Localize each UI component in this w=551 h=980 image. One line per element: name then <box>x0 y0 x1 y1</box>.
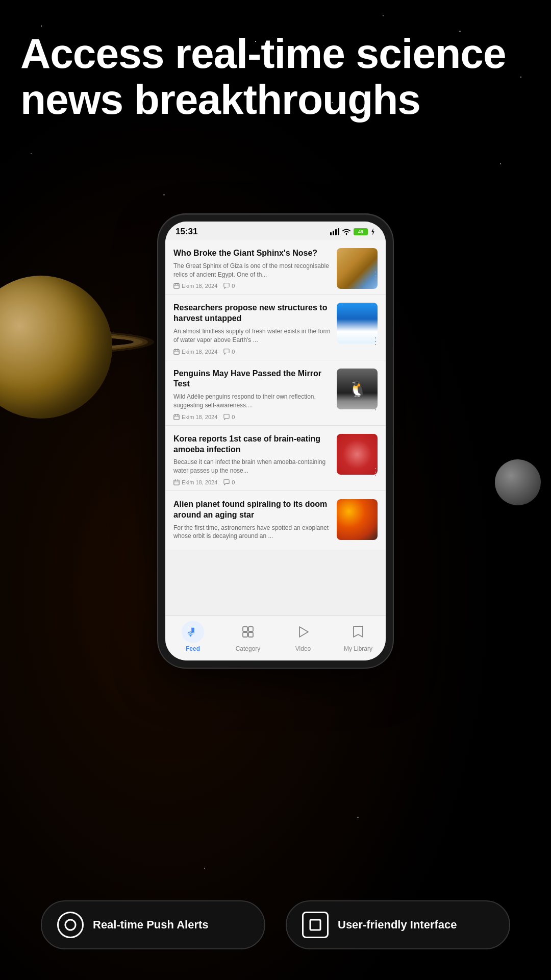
comment-icon <box>223 414 230 420</box>
nav-label-category: Category <box>236 645 261 652</box>
user-interface-icon <box>302 912 329 938</box>
category-icon <box>237 621 259 643</box>
play-icon <box>297 626 309 638</box>
news-excerpt-water: An almost limitless supply of fresh wate… <box>173 327 331 345</box>
news-title-amoeba: Korea reports 1st case of brain-eating a… <box>173 434 331 455</box>
news-content-penguin: Penguins May Have Passed the Mirror Test… <box>173 369 331 420</box>
svg-rect-17 <box>174 480 179 485</box>
calendar-icon <box>173 414 180 420</box>
news-date-sphinx: Ekim 18, 2024 <box>173 283 217 289</box>
charging-icon <box>370 228 375 235</box>
news-item-sphinx[interactable]: Who Broke the Giant Sphinx's Nose? The G… <box>165 240 386 295</box>
svg-marker-4 <box>371 228 374 235</box>
news-date-water: Ekim 18, 2024 <box>173 349 217 355</box>
more-options-sphinx[interactable]: ⋮ <box>371 271 380 280</box>
news-content-sphinx: Who Broke the Giant Sphinx's Nose? The G… <box>173 248 331 289</box>
feature-badges: Real-time Push Alerts User-friendly Inte… <box>0 900 551 949</box>
more-options-amoeba[interactable]: ⋮ <box>371 467 380 476</box>
comment-icon <box>223 479 230 485</box>
news-item-water[interactable]: Researchers propose new structures to ha… <box>165 295 386 360</box>
news-excerpt-amoeba: Because it can infect the brain when amo… <box>173 458 331 475</box>
news-meta-water: Ekim 18, 2024 0 <box>173 349 331 355</box>
news-item-penguin[interactable]: Penguins May Have Passed the Mirror Test… <box>165 360 386 426</box>
svg-marker-26 <box>299 627 308 637</box>
news-comments-water: 0 <box>223 349 235 355</box>
video-icon <box>292 621 314 643</box>
status-icons: 49 <box>330 228 375 235</box>
phone-mockup: 15:31 49 <box>158 214 393 668</box>
nav-item-category[interactable]: Category <box>230 621 266 652</box>
svg-rect-1 <box>333 231 334 235</box>
news-item-planet[interactable]: Alien planet found spiraling to its doom… <box>165 491 386 550</box>
calendar-icon <box>173 349 180 355</box>
bookmark-icon <box>353 626 364 638</box>
badge-push-alerts: Real-time Push Alerts <box>41 900 265 949</box>
nav-item-feed[interactable]: Feed <box>175 621 211 652</box>
status-bar: 15:31 49 <box>165 222 386 240</box>
nav-label-library: My Library <box>344 645 372 652</box>
news-title-penguin: Penguins May Have Passed the Mirror Test <box>173 369 331 390</box>
news-excerpt-sphinx: The Great Sphinx of Giza is one of the m… <box>173 262 331 279</box>
svg-point-27 <box>65 920 76 930</box>
svg-rect-3 <box>338 228 339 235</box>
push-alerts-icon <box>57 912 84 938</box>
news-excerpt-planet: For the first time, astronomers have spo… <box>173 524 331 541</box>
news-item-amoeba[interactable]: Korea reports 1st case of brain-eating a… <box>165 426 386 491</box>
news-meta-penguin: Ekim 18, 2024 0 <box>173 414 331 420</box>
news-title-planet: Alien planet found spiraling to its doom… <box>173 499 331 521</box>
square-icon <box>308 918 322 932</box>
news-date-amoeba: Ekim 18, 2024 <box>173 479 217 485</box>
wifi-icon <box>342 228 351 235</box>
news-thumb-planet <box>337 499 378 540</box>
news-title-sphinx: Who Broke the Giant Sphinx's Nose? <box>173 248 331 259</box>
news-title-water: Researchers propose new structures to ha… <box>173 303 331 324</box>
news-excerpt-penguin: Wild Adélie penguins respond to their ow… <box>173 393 331 410</box>
comment-icon <box>223 349 230 355</box>
library-icon <box>347 621 369 643</box>
badge-user-interface: User-friendly Interface <box>286 900 510 949</box>
moon-planet <box>495 459 541 505</box>
news-date-penguin: Ekim 18, 2024 <box>173 414 217 420</box>
svg-rect-5 <box>174 284 179 288</box>
svg-rect-28 <box>310 920 320 930</box>
news-thumb-sphinx <box>337 248 378 289</box>
svg-rect-22 <box>243 627 247 631</box>
comment-icon <box>223 283 230 289</box>
news-comments-penguin: 0 <box>223 414 235 420</box>
feed-icon <box>187 626 198 638</box>
more-options-water[interactable]: ⋮ <box>371 336 380 346</box>
news-meta-amoeba: Ekim 18, 2024 0 <box>173 479 331 485</box>
phone-frame: 15:31 49 <box>158 214 393 668</box>
news-meta-sphinx: Ekim 18, 2024 0 <box>173 283 331 289</box>
nav-label-feed: Feed <box>186 645 200 652</box>
bottom-navigation: Feed Category <box>165 615 386 660</box>
circle-icon <box>63 918 78 932</box>
svg-rect-2 <box>335 229 337 235</box>
battery-icon: 49 <box>354 228 368 235</box>
news-feed: Who Broke the Giant Sphinx's Nose? The G… <box>165 240 386 615</box>
calendar-icon <box>173 283 180 289</box>
svg-rect-24 <box>243 632 247 637</box>
user-interface-label: User-friendly Interface <box>338 918 457 933</box>
grid-icon <box>242 626 254 638</box>
more-options-penguin[interactable]: ⋮ <box>371 402 380 411</box>
phone-screen: 15:31 49 <box>165 222 386 660</box>
nav-item-library[interactable]: My Library <box>340 621 376 652</box>
news-content-amoeba: Korea reports 1st case of brain-eating a… <box>173 434 331 485</box>
svg-rect-9 <box>174 349 179 354</box>
svg-rect-23 <box>248 627 253 631</box>
push-alerts-label: Real-time Push Alerts <box>93 918 209 933</box>
feed-icon-bg <box>182 621 204 643</box>
signal-icon <box>330 228 339 235</box>
svg-rect-0 <box>330 232 332 235</box>
status-time: 15:31 <box>176 227 197 237</box>
news-comments-amoeba: 0 <box>223 479 235 485</box>
hero-title: Access real-time science news breakthrou… <box>20 31 531 122</box>
nav-item-video[interactable]: Video <box>285 621 321 652</box>
svg-rect-13 <box>174 414 179 419</box>
news-content-water: Researchers propose new structures to ha… <box>173 303 331 354</box>
news-content-planet: Alien planet found spiraling to its doom… <box>173 499 331 545</box>
svg-point-21 <box>190 635 192 637</box>
calendar-icon <box>173 479 180 485</box>
nav-label-video: Video <box>295 645 311 652</box>
